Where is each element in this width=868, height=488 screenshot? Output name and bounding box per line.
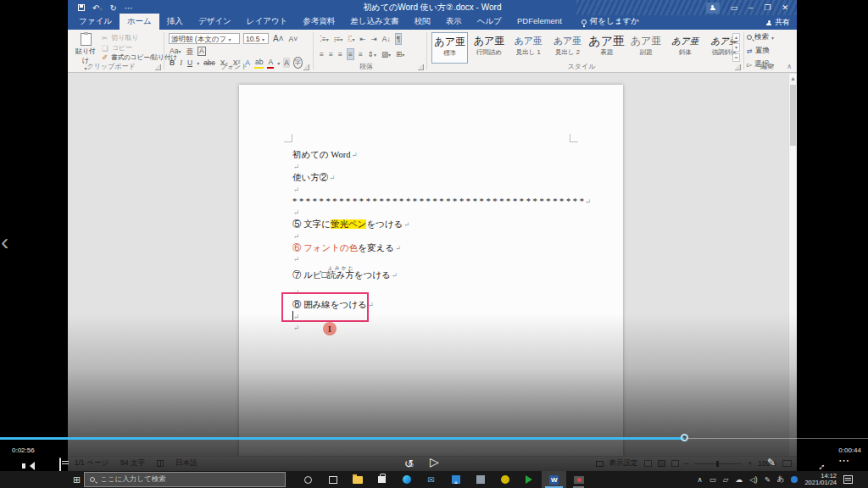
tab-参考資料[interactable]: 参考資料 bbox=[295, 14, 342, 30]
taskbar-app-green-icon[interactable] bbox=[517, 471, 542, 488]
paragraph-dialog-launcher[interactable]: ◿ bbox=[418, 64, 424, 70]
start-button[interactable]: ⊞ bbox=[73, 474, 81, 485]
style-副題[interactable]: あア亜副題 bbox=[627, 32, 664, 64]
tab-PDFelement[interactable]: PDFelement bbox=[509, 14, 570, 30]
find-button[interactable]: 検索▾ bbox=[747, 32, 796, 42]
action-center-icon[interactable] bbox=[843, 475, 853, 484]
scrollbar-thumb[interactable] bbox=[790, 85, 796, 146]
borders-button[interactable]: ⊞▾ bbox=[395, 49, 405, 60]
tab-差し込み文書[interactable]: 差し込み文書 bbox=[342, 14, 406, 30]
account-avatar[interactable] bbox=[706, 3, 720, 14]
gallery-down-button[interactable]: ▾ bbox=[732, 43, 740, 52]
tray-chevron-up-icon[interactable]: ∧ bbox=[697, 475, 702, 484]
taskbar-edge-icon[interactable] bbox=[394, 471, 419, 488]
font-name-combobox[interactable]: 游明朝 (本文のフ ▾ bbox=[169, 33, 240, 44]
styles-dialog-launcher[interactable]: ◿ bbox=[735, 64, 741, 70]
tray-pen-icon[interactable]: ✎ bbox=[765, 475, 771, 484]
gallery-up-button[interactable]: ▴ bbox=[732, 33, 740, 42]
web-layout-button[interactable] bbox=[671, 460, 679, 467]
zoom-out-button[interactable]: – bbox=[685, 459, 689, 468]
increase-indent-button[interactable]: ⇥ bbox=[370, 34, 378, 44]
play-button[interactable]: ▷ bbox=[430, 455, 439, 469]
tray-app-icon[interactable] bbox=[791, 476, 798, 483]
tray-window-icon[interactable]: ▭ bbox=[709, 475, 716, 484]
style-標準[interactable]: あア亜標準 bbox=[431, 32, 468, 64]
taskbar-search-box[interactable]: ここに入力して検索 bbox=[84, 472, 286, 487]
fit-page-icon[interactable] bbox=[782, 460, 792, 467]
taskbar-app-icon[interactable] bbox=[468, 471, 492, 488]
proofing-icon[interactable] bbox=[157, 460, 164, 467]
doc-line[interactable]: ⑥ フォントの色を変える↵ bbox=[292, 242, 606, 254]
doc-line[interactable]: 初めての Word↵ bbox=[292, 149, 606, 161]
style-斜体[interactable]: あア亜斜体 bbox=[667, 32, 704, 64]
doc-line[interactable]: ↵ bbox=[292, 207, 606, 219]
previous-video-chevron[interactable]: ‹ bbox=[1, 230, 8, 254]
shrink-font-button[interactable]: A˅ bbox=[288, 34, 299, 44]
taskbar-clock[interactable]: 14:12 2021/01/24 bbox=[804, 473, 837, 487]
cut-button[interactable]: ✂切り取り bbox=[102, 33, 139, 42]
taskbar-cortana-icon[interactable] bbox=[296, 471, 320, 488]
doc-line[interactable]: ↵ bbox=[292, 253, 606, 265]
replace-button[interactable]: ⇄ 置換 bbox=[747, 46, 796, 56]
tab-校閲[interactable]: 校閲 bbox=[407, 14, 438, 30]
doc-line[interactable]: ↵ bbox=[292, 230, 606, 242]
grow-font-button[interactable]: A˄ bbox=[272, 34, 285, 44]
doc-line[interactable]: 使い方②↵ bbox=[292, 172, 606, 184]
zoom-slider-thumb[interactable] bbox=[716, 461, 719, 467]
page-count[interactable]: 1/1 ページ bbox=[75, 458, 108, 469]
taskbar-store-icon[interactable] bbox=[370, 471, 394, 488]
style-見出し 2[interactable]: あア亜見出し 2 bbox=[549, 32, 586, 64]
doc-line[interactable]: ↵ bbox=[292, 161, 606, 173]
maximize-button[interactable]: ❐ bbox=[764, 0, 771, 15]
tab-表示[interactable]: 表示 bbox=[438, 14, 470, 30]
clipboard-dialog-launcher[interactable]: ◿ bbox=[155, 64, 161, 70]
gallery-more-button[interactable]: ≂ bbox=[732, 53, 740, 62]
tab-デザイン[interactable]: デザイン bbox=[191, 14, 239, 30]
doc-line[interactable]: ↵ bbox=[292, 322, 606, 334]
enclose-border-button[interactable]: A bbox=[198, 47, 206, 56]
read-mode-button[interactable] bbox=[644, 460, 652, 467]
document-page[interactable]: 初めての Word↵↵使い方②↵↵* * * * * * * * * * * *… bbox=[239, 85, 623, 456]
font-size-combobox[interactable]: 10.5 ▾ bbox=[243, 33, 269, 44]
seek-handle[interactable] bbox=[681, 434, 688, 441]
word-count[interactable]: 94 文字 bbox=[120, 458, 145, 469]
numbering-button[interactable]: ⁝≡▾ bbox=[333, 34, 344, 45]
doc-line[interactable]: ↵ bbox=[292, 184, 606, 196]
share-button[interactable]: 共有 bbox=[766, 17, 790, 28]
taskbar-recorder-icon[interactable] bbox=[566, 471, 591, 488]
redo-icon[interactable]: ↻ bbox=[109, 3, 116, 13]
tab-レイアウト[interactable]: レイアウト bbox=[239, 14, 296, 30]
ime-indicator[interactable]: あ bbox=[777, 474, 785, 485]
sort-button[interactable]: A↓ bbox=[381, 34, 392, 44]
taskbar-task-view-icon[interactable] bbox=[320, 471, 345, 488]
scroll-up-arrow[interactable]: ▲ bbox=[789, 74, 797, 83]
tray-folder-icon[interactable]: ▱ bbox=[723, 475, 729, 484]
bullets-button[interactable]: ⁚≡▾ bbox=[319, 34, 330, 45]
zoom-in-button[interactable]: + bbox=[748, 459, 752, 468]
tab-挿入[interactable]: 挿入 bbox=[159, 14, 191, 30]
tray-cloud-icon[interactable]: ☁ bbox=[735, 475, 743, 484]
distribute-button[interactable]: ≡ bbox=[358, 49, 364, 59]
change-case-button[interactable]: Aa▾ bbox=[169, 46, 181, 57]
style-表題[interactable]: あア亜表題 bbox=[588, 32, 625, 64]
tab-ファイル[interactable]: ファイル bbox=[71, 14, 120, 30]
display-settings-label[interactable]: 表示設定 bbox=[609, 458, 638, 469]
undo-icon[interactable]: ↶▾ bbox=[92, 3, 102, 13]
doc-line[interactable]: ⑦ ルビ□読み方よみかたをつける↵ bbox=[292, 265, 606, 282]
taskbar-photos-icon[interactable] bbox=[443, 471, 468, 488]
shading-button[interactable]: ▨▾ bbox=[381, 49, 392, 60]
ruby-button[interactable]: 亜 bbox=[185, 47, 194, 57]
decrease-indent-button[interactable]: ⇤ bbox=[359, 34, 366, 44]
taskbar-word-icon[interactable]: W bbox=[542, 471, 566, 488]
qat-customize-icon[interactable]: ⋯ bbox=[125, 3, 133, 13]
more-options-button[interactable]: ⋯ bbox=[838, 454, 849, 467]
doc-line[interactable]: * * * * * * * * * * * * * * * * * * * * … bbox=[292, 196, 606, 208]
font-dialog-launcher[interactable]: ◿ bbox=[303, 64, 309, 70]
draw-pencil-button[interactable]: ✎ bbox=[767, 457, 776, 469]
print-layout-button[interactable] bbox=[658, 460, 665, 467]
collapse-ribbon-button[interactable]: ∧ bbox=[787, 63, 792, 70]
style-見出し 1[interactable]: あア亜見出し 1 bbox=[510, 32, 547, 64]
tray-speaker-icon[interactable]: ◁) bbox=[749, 475, 757, 484]
tab-ヘルプ[interactable]: ヘルプ bbox=[470, 14, 509, 30]
ribbon-display-options-icon[interactable]: ▭ bbox=[731, 0, 738, 15]
